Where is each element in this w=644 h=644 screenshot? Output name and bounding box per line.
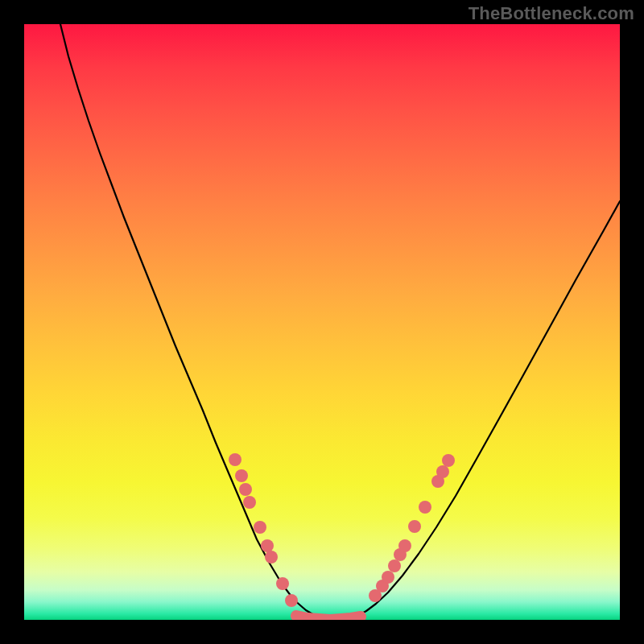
right-marker bbox=[419, 501, 431, 514]
series-bottom-flat bbox=[296, 616, 361, 620]
chart-frame: TheBottleneck.com bbox=[0, 0, 644, 644]
plot-area bbox=[24, 24, 620, 620]
right-marker bbox=[382, 571, 394, 584]
left-marker bbox=[276, 577, 289, 590]
left-marker bbox=[229, 453, 242, 466]
right-marker bbox=[436, 465, 449, 478]
series-right-branch bbox=[353, 201, 620, 617]
right-marker bbox=[398, 539, 411, 552]
left-marker bbox=[243, 496, 256, 509]
right-marker bbox=[388, 559, 401, 572]
left-marker bbox=[285, 594, 298, 607]
watermark-label: TheBottleneck.com bbox=[469, 3, 634, 24]
left-marker bbox=[254, 521, 266, 534]
left-marker bbox=[235, 469, 248, 482]
series-left-branch bbox=[60, 24, 320, 617]
series-group bbox=[60, 24, 620, 620]
right-marker bbox=[442, 454, 455, 467]
curve-layer bbox=[24, 24, 620, 620]
left-marker bbox=[239, 483, 252, 496]
left-marker bbox=[261, 539, 274, 552]
right-marker bbox=[408, 520, 421, 533]
left-marker bbox=[265, 551, 278, 564]
markers-group bbox=[229, 453, 455, 607]
